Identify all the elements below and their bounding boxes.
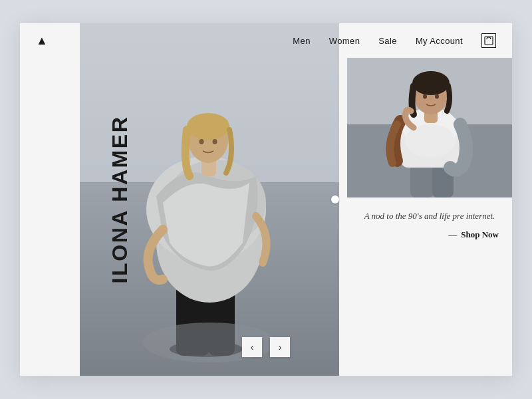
main-card: ▲ Men Women Sale My Account ILONA HAMER: [20, 23, 512, 376]
svg-point-9: [187, 113, 229, 140]
brand-name: ILONA HAMER: [108, 116, 132, 284]
right-panel: A nod to the 90's and life pre internet.…: [347, 23, 512, 376]
cart-button[interactable]: [481, 33, 496, 48]
nav-bar: Men Women Sale My Account: [293, 33, 496, 48]
em-dash: —: [448, 229, 457, 240]
svg-point-10: [200, 139, 204, 144]
header: ▲ Men Women Sale My Account: [20, 23, 512, 58]
slider-controls: ‹ ›: [242, 337, 290, 357]
svg-point-11: [213, 139, 217, 144]
svg-point-24: [435, 94, 439, 99]
prev-button[interactable]: ‹: [242, 337, 262, 357]
nav-item-women[interactable]: Women: [329, 36, 360, 46]
main-content: ILONA HAMER: [20, 23, 512, 376]
nav-item-men[interactable]: Men: [293, 36, 310, 46]
secondary-image: [347, 58, 512, 198]
svg-point-23: [423, 94, 427, 99]
shop-now-link[interactable]: Shop Now: [461, 229, 499, 240]
nav-item-sale[interactable]: Sale: [378, 36, 397, 46]
svg-rect-0: [485, 37, 493, 45]
shop-now-line: — Shop Now: [360, 229, 499, 240]
next-button[interactable]: ›: [270, 337, 290, 357]
tagline-text: A nod to the 90's and life pre internet.: [360, 209, 499, 223]
tagline-area: A nod to the 90's and life pre internet.…: [347, 198, 512, 240]
nav-item-account[interactable]: My Account: [416, 36, 463, 46]
secondary-figure-svg: [347, 58, 512, 198]
svg-point-22: [412, 71, 450, 95]
logo-icon: ▲: [36, 34, 48, 48]
hero-figure-svg: [103, 43, 316, 376]
slide-indicator: [331, 196, 339, 203]
